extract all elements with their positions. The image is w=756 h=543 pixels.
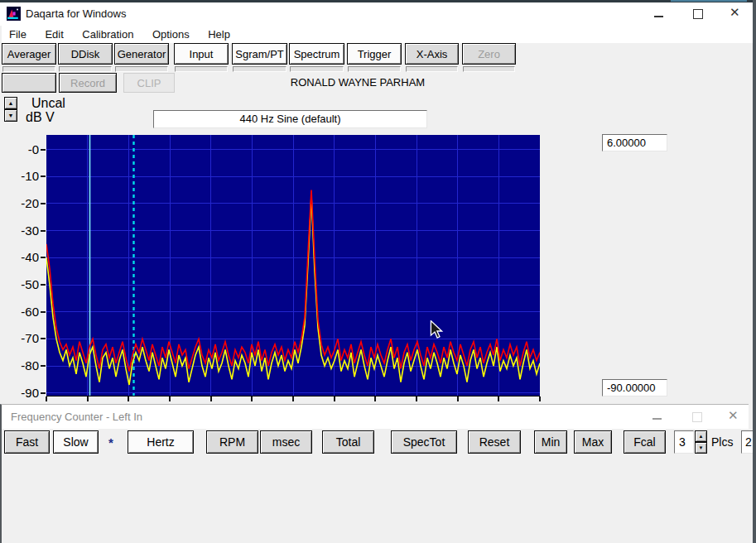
y-axis-label: -40 (0, 250, 39, 264)
x-tick (210, 396, 212, 401)
fc-spectot-button[interactable]: SpecTot (391, 430, 457, 454)
title-bar: Daqarta for Windows ✕ (0, 2, 756, 26)
fc-slow-button[interactable]: Slow (53, 430, 99, 454)
zero-indicator (463, 66, 515, 72)
x-tick (457, 396, 459, 401)
clip-indicator: CLIP (123, 73, 175, 93)
fc-places-label: Plcs (711, 435, 733, 449)
y-axis-label: -50 (0, 277, 39, 291)
averager-indicator (2, 66, 55, 72)
x-tick (251, 396, 253, 401)
y-tick (41, 257, 46, 258)
scale-down-spinner[interactable]: ▼ (4, 109, 17, 122)
fc-min-button[interactable]: Min (534, 430, 567, 454)
y-tick (41, 284, 46, 286)
mouse-cursor (428, 320, 445, 339)
x-tick (128, 396, 129, 401)
maximize-button[interactable] (693, 9, 703, 19)
fc-maximize-button (692, 412, 702, 422)
window-title: Daqarta for Windows (26, 7, 126, 20)
x-tick (416, 396, 417, 401)
x-tick (374, 396, 376, 401)
y-axis-label: -90 (0, 386, 39, 400)
fc-total-button[interactable]: Total (322, 430, 374, 454)
y-tick (41, 311, 46, 313)
frequency-counter-window: Frequency Counter - Left In ✕ Fast Slow … (0, 404, 749, 543)
y-tick (41, 392, 46, 394)
generator-indicator (115, 66, 168, 72)
x-tick (87, 396, 89, 401)
y-tick (41, 149, 46, 151)
menu-edit[interactable]: Edit (37, 26, 70, 43)
x-tick (539, 396, 541, 401)
y-axis-label: -60 (0, 305, 39, 319)
ddisk-indicator (59, 66, 112, 72)
x-tick (334, 396, 335, 401)
app-icon (7, 7, 21, 21)
ddisk-button[interactable]: DDisk (58, 43, 113, 65)
y-tick (41, 338, 46, 339)
x-tick (498, 396, 499, 401)
y-tick (41, 175, 46, 177)
x-tick (292, 396, 294, 401)
input-indicator (175, 66, 228, 72)
y-axis-label: -30 (0, 223, 39, 238)
y-max-field[interactable]: 6.00000 (602, 134, 667, 151)
menu-help[interactable]: Help (200, 26, 238, 43)
close-button[interactable]: ✕ (730, 5, 740, 20)
x-axis-indicator (406, 66, 458, 72)
spectrum-plot[interactable] (46, 135, 540, 396)
input-button[interactable]: Input (174, 43, 229, 65)
menu-calibration[interactable]: Calibration (75, 26, 141, 43)
blank-button[interactable] (2, 73, 56, 93)
minimize-button[interactable] (654, 16, 663, 17)
x-axis-button[interactable]: X-Axis (405, 43, 459, 65)
fc-asterisk-indicator: * (108, 435, 113, 449)
user-name-text: RONALD WAYNE PARHAM (176, 73, 540, 93)
spectrum-indicator (290, 66, 344, 72)
menu-bar: File Edit Calibration Options Help (2, 26, 756, 43)
scale-up-spinner[interactable]: ▲ (4, 97, 17, 109)
generator-field[interactable]: 440 Hz Sine (default) (153, 110, 427, 128)
y-axis-label: -70 (0, 331, 39, 345)
daqarta-app: Daqarta for Windows ✕ File Edit Calibrat… (0, 0, 756, 543)
record-button[interactable]: Record (59, 73, 117, 93)
y-tick (41, 230, 46, 232)
fc-fast-button[interactable]: Fast (4, 430, 50, 454)
sgram-pt-button[interactable]: Sgram/PT (232, 43, 287, 65)
fc-rpm-button[interactable]: RPM (206, 430, 258, 454)
unit-label: dB V (26, 110, 55, 125)
menu-file[interactable]: File (2, 26, 34, 43)
desktop-top-strip-highlight (671, 0, 747, 2)
trigger-indicator (348, 66, 401, 72)
fc-max-button[interactable]: Max (574, 430, 612, 454)
fc-minimize-button[interactable] (652, 418, 662, 420)
trigger-button[interactable]: Trigger (347, 43, 402, 65)
y-tick (41, 203, 46, 204)
background-window-edge (753, 0, 756, 543)
fc-places-up-spinner[interactable]: ▲ (695, 430, 707, 442)
fc-close-button[interactable]: ✕ (728, 408, 739, 423)
fc-places-field[interactable]: 3 (674, 430, 694, 454)
zero-button[interactable]: Zero (462, 43, 516, 65)
y-axis-label: -80 (0, 358, 39, 372)
y-axis-label: -10 (0, 169, 39, 183)
sgram-pt-indicator (233, 66, 287, 72)
spectrum-button[interactable]: Spectrum (289, 43, 344, 65)
fc-fcal-button[interactable]: Fcal (624, 430, 666, 454)
fc-msec-button[interactable]: msec (260, 430, 312, 454)
fc-places-down-spinner[interactable]: ▼ (695, 442, 707, 454)
frequency-counter-title: Frequency Counter - Left In (11, 411, 142, 423)
y-tick (41, 365, 46, 367)
fc-reset-button[interactable]: Reset (468, 430, 521, 454)
frequency-counter-title-bar: Frequency Counter - Left In ✕ (2, 405, 749, 429)
averager-button[interactable]: Averager (2, 43, 56, 65)
y-axis-label: -20 (0, 196, 39, 210)
y-axis-label: -0 (0, 142, 39, 156)
y-min-field[interactable]: -90.00000 (602, 379, 667, 396)
uncal-label: Uncal (31, 96, 65, 111)
x-tick (169, 396, 171, 401)
fc-hertz-button[interactable]: Hertz (128, 430, 194, 454)
generator-button[interactable]: Generator (114, 43, 169, 65)
menu-options[interactable]: Options (145, 26, 197, 43)
